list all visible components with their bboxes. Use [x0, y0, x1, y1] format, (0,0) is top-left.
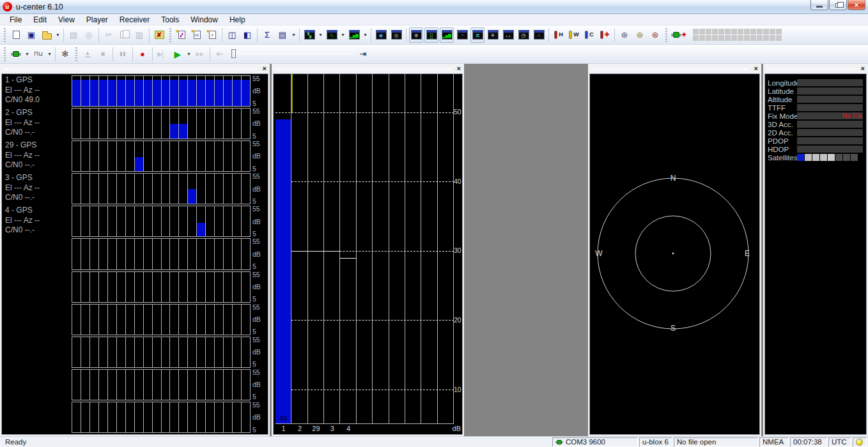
history-cell	[224, 109, 233, 139]
clear-configuration-button[interactable]: ⊛	[648, 27, 662, 43]
add-connection-icon: ✚	[671, 32, 686, 38]
autobauding-button[interactable]: ✻	[58, 47, 72, 62]
paste-button[interactable]: ▥	[132, 27, 146, 43]
close-icon[interactable]: ×	[457, 64, 461, 73]
temperature-cold-button[interactable]: C	[582, 27, 596, 43]
eject-button[interactable]: ▲	[81, 47, 95, 62]
print-button[interactable]: ▤	[66, 27, 81, 43]
close-icon[interactable]: ×	[263, 64, 267, 73]
minimize-button[interactable]	[810, 0, 828, 10]
menu-player[interactable]: Player	[81, 15, 114, 25]
menu-edit[interactable]: Edit	[27, 15, 52, 25]
skip-to-end-button[interactable]: ⇥	[356, 47, 370, 62]
save-configuration-button[interactable]: ⊛	[617, 27, 632, 43]
scale-labels: 55dB5	[251, 271, 267, 303]
chart-view-button[interactable]: ∿	[325, 27, 339, 43]
map-view-icon: ▚	[304, 30, 315, 40]
skip-to-start-button[interactable]: ⇤	[213, 47, 227, 62]
world-configuration-view-button[interactable]: ◔	[455, 27, 469, 43]
new-date-window-button[interactable]: 01	[190, 27, 204, 43]
temperature-hot-button[interactable]: H	[552, 27, 566, 43]
packet-view-button[interactable]: ⣿	[424, 27, 438, 43]
close-icon[interactable]: ×	[861, 64, 865, 73]
open-file-menu-button[interactable]: ▾	[54, 27, 61, 43]
play-menu-button[interactable]: ▾	[185, 47, 192, 62]
connection-button[interactable]	[9, 47, 23, 62]
clock-view-button[interactable]: ◷	[516, 27, 531, 43]
save-file-button[interactable]: ▣	[24, 27, 38, 43]
map-view-button[interactable]: ▚	[302, 27, 316, 43]
map-view-menu-button[interactable]: ▾	[317, 27, 324, 43]
open-file-button[interactable]	[40, 27, 54, 43]
pause-button[interactable]: ▮▮	[116, 47, 130, 62]
play-button[interactable]: ▶	[171, 47, 185, 62]
menu-file[interactable]: File	[4, 15, 27, 25]
status-connection[interactable]: COM3 9600	[552, 437, 638, 447]
fast-forward-button[interactable]: ▶▶	[193, 47, 207, 62]
messages-view-menu-button[interactable]: ▾	[290, 27, 297, 43]
history-cell	[179, 337, 188, 367]
separator	[222, 28, 222, 42]
history-cell	[153, 206, 162, 236]
messages-view-button[interactable]: ▤	[275, 27, 290, 43]
level-histogram-view-button[interactable]: ▂▅▇	[440, 27, 454, 43]
baudrate-button[interactable]: ⊓⊔	[31, 47, 45, 62]
sky-view-button[interactable]: ⊕	[409, 27, 423, 43]
deviation-map-view-button[interactable]: ✳	[486, 27, 500, 43]
toolbar-grip	[169, 28, 171, 42]
copy-button[interactable]	[117, 27, 131, 43]
pause-icon: ▮▮	[120, 51, 126, 57]
record-button[interactable]: ●	[136, 47, 150, 62]
new-graph-window-button[interactable]: ▞	[174, 27, 189, 43]
histogram-view-button[interactable]: ▂▅▇	[347, 27, 361, 43]
close-button[interactable]: ×	[848, 0, 865, 10]
slider-thumb-icon[interactable]	[231, 49, 236, 58]
history-cell	[162, 141, 171, 171]
clear-database-button[interactable]: ✘	[152, 27, 166, 43]
earth-view-button[interactable]: ◉	[374, 27, 388, 43]
add-connection-button[interactable]: ✚	[670, 27, 687, 43]
baudrate-menu-button[interactable]: ▾	[46, 47, 53, 62]
menu-tools[interactable]: Tools	[155, 15, 185, 25]
split-view-horizontal-icon: ◫	[228, 31, 236, 39]
load-configuration-button[interactable]: ⊛	[633, 27, 647, 43]
scale-labels: 55dB5	[251, 238, 267, 269]
statistics-view-button[interactable]: Σ	[260, 27, 274, 43]
menu-window[interactable]: Window	[185, 15, 224, 25]
step-forward-button[interactable]: ▶▏	[155, 47, 169, 62]
scatter-view-button[interactable]: ⋆⋆	[501, 27, 515, 43]
split-view-vertical-button[interactable]: ◧	[240, 27, 254, 43]
dock-titlebar[interactable]: ×	[764, 64, 867, 73]
restore-button[interactable]	[829, 0, 847, 10]
chart-column	[373, 74, 389, 423]
signal-bar	[197, 223, 205, 236]
message-table-view-button[interactable]: ≣	[470, 27, 484, 43]
menu-receiver[interactable]: Receiver	[114, 15, 155, 25]
menu-help[interactable]: Help	[224, 15, 251, 25]
stop-button[interactable]: ■	[96, 47, 110, 62]
camera-view-button[interactable]: ◎	[389, 27, 403, 43]
connection-label: COM3 9600	[566, 438, 605, 446]
histogram-view-menu-button[interactable]: ▾	[362, 27, 369, 43]
close-icon[interactable]: ×	[754, 64, 758, 73]
chart-view-menu-button[interactable]: ▾	[339, 27, 346, 43]
split-view-horizontal-button[interactable]: ◫	[225, 27, 239, 43]
dock-grip	[3, 68, 257, 71]
new-text-window-button[interactable]: ≡	[205, 27, 219, 43]
dock-grip	[275, 68, 451, 71]
new-file-button[interactable]	[9, 27, 23, 43]
playback-position-slider[interactable]	[231, 47, 352, 61]
connection-menu-button[interactable]: ▾	[24, 47, 31, 62]
history-cell	[126, 109, 135, 139]
menu-view[interactable]: View	[52, 15, 81, 25]
dock-titlebar[interactable]: ×	[273, 64, 463, 73]
cut-button[interactable]: ✂	[102, 27, 116, 43]
dock-titlebar[interactable]: ×	[589, 64, 760, 73]
temperature-warm-button[interactable]: W	[567, 27, 581, 43]
dock-titlebar[interactable]: ×	[1, 64, 268, 73]
print-preview-button[interactable]: ◎	[82, 27, 96, 43]
temperature-add-button[interactable]: ✚	[598, 27, 612, 43]
history-cell	[81, 402, 90, 432]
constellation-view-button[interactable]: ∴	[532, 27, 546, 43]
satellite-cno: C/N0 --.-	[5, 193, 72, 203]
